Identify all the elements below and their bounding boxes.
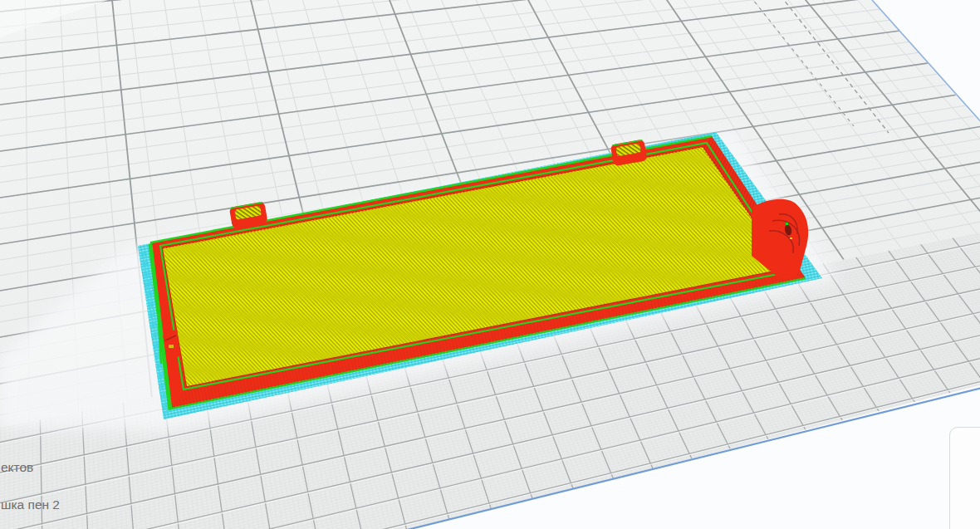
model-name-label[interactable]: шка пен 2 (1, 497, 60, 512)
object-count-label[interactable]: ектов (1, 460, 33, 475)
slicer-3d-viewport[interactable]: ектов шка пен 2 (0, 0, 980, 529)
build-plate-scene (0, 0, 980, 529)
bottom-right-panel[interactable] (949, 427, 980, 529)
